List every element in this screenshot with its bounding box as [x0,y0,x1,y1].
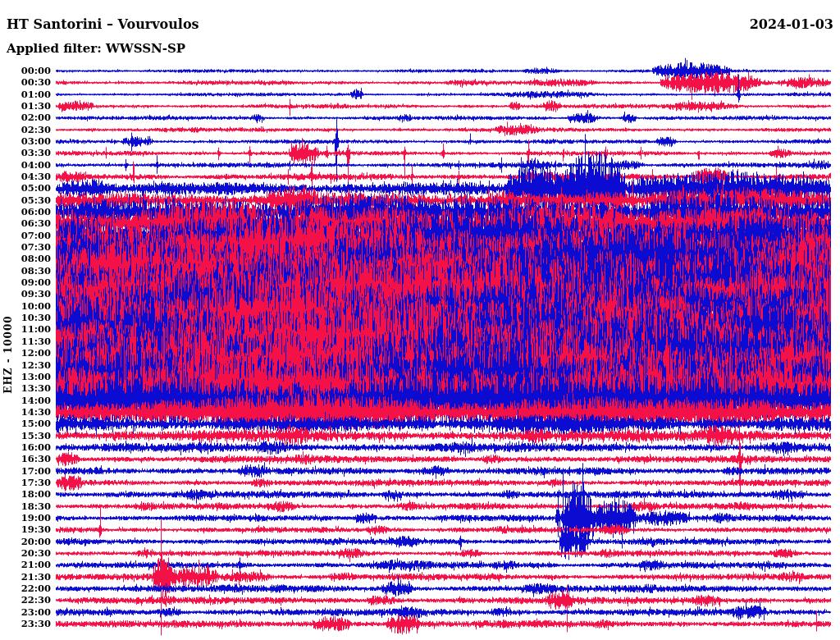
date-label: 2024-01-03 [750,16,833,32]
time-label: 21:30 [0,572,51,583]
time-label: 07:30 [0,242,51,253]
time-label: 00:00 [0,66,51,76]
time-label: 09:00 [0,277,51,288]
time-label: 19:00 [0,513,51,523]
time-label: 01:30 [0,101,51,112]
filter-label: Applied filter: WWSSN-SP [7,41,185,56]
time-label: 13:00 [0,372,51,382]
time-label: 16:00 [0,442,51,453]
time-label: 09:30 [0,289,51,299]
time-label: 03:00 [0,136,51,147]
time-label: 15:30 [0,431,51,441]
station-title: HT Santorini – Vourvoulos [7,16,199,32]
time-label: 00:30 [0,77,51,88]
time-label: 21:00 [0,560,51,570]
time-label: 10:00 [0,301,51,312]
time-label: 10:30 [0,313,51,323]
time-label: 15:00 [0,418,51,429]
time-label: 06:30 [0,218,51,229]
time-label: 03:30 [0,148,51,158]
time-label: 12:30 [0,360,51,371]
time-label: 17:00 [0,466,51,477]
helicorder-page: HT Santorini – Vourvoulos Applied filter… [0,0,840,640]
time-label: 02:00 [0,112,51,123]
time-label: 20:00 [0,537,51,547]
time-label: 11:30 [0,336,51,347]
time-label: 11:00 [0,324,51,335]
time-label: 01:00 [0,89,51,100]
time-label: 20:30 [0,548,51,559]
time-label: 22:00 [0,583,51,594]
time-label: 07:00 [0,231,51,241]
time-label: 14:30 [0,407,51,418]
time-label: 12:00 [0,348,51,359]
time-label: 18:00 [0,489,51,500]
seismogram-canvas [0,0,840,640]
time-label: 05:00 [0,183,51,194]
time-label: 13:30 [0,383,51,394]
time-label: 05:30 [0,195,51,206]
time-label: 17:30 [0,478,51,488]
time-label: 04:00 [0,160,51,171]
time-label: 08:30 [0,266,51,277]
time-label: 19:30 [0,524,51,535]
time-label: 22:30 [0,595,51,606]
time-label: 06:00 [0,207,51,217]
time-label: 04:30 [0,171,51,182]
time-label: 18:30 [0,501,51,512]
time-label: 16:30 [0,454,51,464]
time-label: 23:00 [0,607,51,618]
time-label: 23:30 [0,619,51,629]
time-label: 14:00 [0,395,51,406]
time-label: 08:00 [0,254,51,264]
time-label: 02:30 [0,125,51,135]
